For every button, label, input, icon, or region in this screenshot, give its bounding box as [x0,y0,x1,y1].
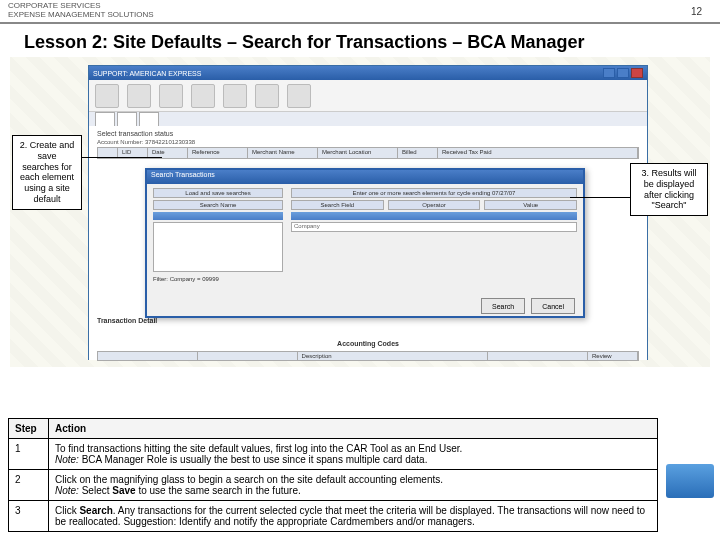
step-number: 2 [9,470,49,501]
app-titlebar: SUPPORT: AMERICAN EXPRESS [89,66,647,80]
content-area: 2. Create and save searches for each ele… [10,57,710,367]
grid-col: Received Tax Paid [438,148,638,158]
accounting-codes-header: Accounting Codes [97,340,639,347]
table-row: 3 Click Search. Any transactions for the… [9,501,658,532]
popup-left-panel: Load and save searches Search Name Filte… [153,188,283,292]
page-header: CORPORATE SERVICES EXPENSE MANAGEMENT SO… [0,0,720,24]
col-value: Value [484,200,577,210]
tab-item[interactable] [117,112,137,126]
toolbar-icon[interactable] [159,84,183,108]
toolbar-icon[interactable] [223,84,247,108]
step-number: 1 [9,439,49,470]
search-name-header: Search Name [153,200,283,210]
popup-right-panel: Enter one or more search elements for cy… [291,188,577,292]
step-action: To find transactions hitting the site de… [49,439,658,470]
grid-col: Billed [398,148,438,158]
table-row: 2 Click on the magnifying glass to begin… [9,470,658,501]
tab-item[interactable] [139,112,159,126]
acct-col [198,352,298,360]
app-title-text: SUPPORT: AMERICAN EXPRESS [93,70,201,77]
search-popup: Search Transactions Load and save search… [145,168,585,318]
amex-logo [666,464,714,498]
page-number: 12 [691,6,702,17]
acct-col-description: Description [298,352,489,360]
close-icon[interactable] [631,68,643,78]
col-search-field: Search Field [291,200,384,210]
col-action: Action [49,419,658,439]
review-button[interactable]: Review [588,352,638,360]
grid-col: Merchant Name [248,148,318,158]
meta-row: Account Number: 378422101230338 [97,139,639,145]
window-buttons [603,68,643,78]
status-label: Select transaction status [97,130,639,137]
step-action: Click on the magnifying glass to begin a… [49,470,658,501]
app-window: SUPPORT: AMERICAN EXPRESS Select transac… [88,65,648,360]
criteria-row-selected[interactable] [291,212,577,220]
callout-connector-right [570,197,630,198]
app-tabs [89,112,647,126]
callout-connector-left [82,157,162,158]
saved-searches-list[interactable] [153,222,283,272]
grid-header: LID Date Reference Merchant Name Merchan… [97,147,639,159]
toolbar-icon[interactable] [191,84,215,108]
detail-row [97,330,639,336]
popup-body: Load and save searches Search Name Filte… [147,184,583,296]
table-row: 1 To find transactions hitting the site … [9,439,658,470]
account-number: Account Number: 378422101230338 [97,139,195,145]
filter-label: Filter: Company = 09999 [153,276,283,282]
saved-searches-header: Load and save searches [153,188,283,198]
step-action: Click Search. Any transactions for the c… [49,501,658,532]
step-number: 3 [9,501,49,532]
steps-table: Step Action 1 To find transactions hitti… [8,418,658,532]
toolbar-icon[interactable] [255,84,279,108]
detail-rows [97,330,639,336]
lesson-title: Lesson 2: Site Defaults – Search for Tra… [0,24,720,57]
acct-col [98,352,198,360]
search-field-input[interactable]: Company [291,222,577,232]
callout-step-2: 2. Create and save searches for each ele… [12,135,82,210]
header-branding: CORPORATE SERVICES EXPENSE MANAGEMENT SO… [8,2,154,20]
cancel-button[interactable]: Cancel [531,298,575,314]
grid-col: Reference [188,148,248,158]
app-toolbar [89,80,647,112]
col-operator: Operator [388,200,481,210]
criteria-header: Enter one or more search elements for cy… [291,188,577,198]
col-step: Step [9,419,49,439]
search-button[interactable]: Search [481,298,525,314]
callout-step-3: 3. Results will be displayed after click… [630,163,708,216]
table-header-row: Step Action [9,419,658,439]
toolbar-icon[interactable] [287,84,311,108]
toolbar-icon[interactable] [95,84,119,108]
tab-item[interactable] [95,112,115,126]
header-line2: EXPENSE MANAGEMENT SOLUTIONS [8,11,154,20]
popup-footer: Search Cancel [147,296,583,316]
acct-codes-grid-header: Description Review [97,351,639,361]
popup-titlebar: Search Transactions [147,170,583,184]
minimize-icon[interactable] [603,68,615,78]
grid-col: Merchant Location [318,148,398,158]
maximize-icon[interactable] [617,68,629,78]
acct-col [488,352,588,360]
transaction-detail-header: Transaction Detail [97,317,639,324]
criteria-grid-header: Search Field Operator Value [291,200,577,212]
saved-search-row[interactable] [153,212,283,220]
toolbar-icon[interactable] [127,84,151,108]
app-body: Select transaction status Account Number… [89,126,647,360]
